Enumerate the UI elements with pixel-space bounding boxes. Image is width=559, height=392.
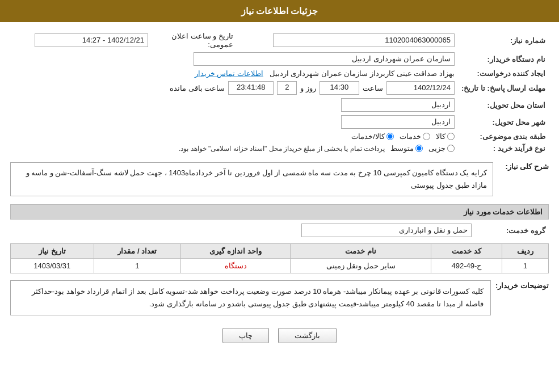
cell-vahed: دستگاه — [180, 259, 290, 273]
namDastgah-value: سازمان عمران شهرداری اردبیل — [10, 50, 458, 68]
col-tarikh: تاریخ نیاز — [11, 244, 94, 259]
tarikhArsal-label: مهلت ارسال پاسخ: تا تاریخ: — [458, 79, 549, 96]
shahr-label: شهر محل تحویل: — [458, 113, 549, 130]
tabaqe-label: طبقه بندی موضوعی: — [458, 130, 549, 142]
main-info-table: شماره نیاز: 1102004063000065 تاریخ و ساع… — [10, 30, 549, 154]
ostan-input: اردبیل — [341, 98, 455, 112]
buttons-row: بازگشت چاپ — [10, 328, 549, 343]
ijadKonande-link[interactable]: اطلاعات تماس خریدار — [195, 69, 263, 78]
khadamat-section-title: اطلاعات خدمات مورد نیاز — [10, 204, 549, 220]
shomareNiaz-input: 1102004063000065 — [273, 33, 455, 47]
tarikh-arsal-rooz: 2 — [277, 81, 297, 95]
shahr-value: اردبیل — [10, 113, 458, 130]
tabaqe-radio-group: کالا خدمات کالا/خدمات — [14, 132, 455, 141]
col-radif: ردیف — [502, 244, 548, 259]
touzih-kharidar-row: توضیحات خریدار: کلیه کسورات قانونی بر عه… — [10, 278, 549, 320]
tarikhElan-label: تاریخ و ساعت اعلان عمومی: — [152, 30, 237, 50]
row-noeFarayand: نوع فرآیند خرید : جزیی متوسط پرداخت تمام… — [10, 142, 549, 154]
touzihKharidar-container: کلیه کسورات قانونی بر عهده پیمانکار میبا… — [10, 278, 491, 320]
ijadKonande-text: بهزاد صداقت عینی کاربرداز سازمان عمران ش… — [270, 69, 455, 78]
cell-tedad: 1 — [94, 259, 180, 273]
cell-namKhadamat: سایر حمل ونقل زمینی — [291, 259, 431, 273]
row-tabaqe: طبقه بندی موضوعی: کالا خدمات — [10, 130, 549, 142]
col-kodKhadamat: کد خدمت — [431, 244, 502, 259]
row-namdastgah: نام دستگاه خریدار: سازمان عمران شهرداری … — [10, 50, 549, 68]
row-shomare: شماره نیاز: 1102004063000065 تاریخ و ساع… — [10, 30, 549, 50]
cell-kodKhadamat: ح-49-492 — [431, 259, 502, 273]
radio-jozvi[interactable]: جزیی — [428, 144, 455, 153]
shomareNiaz-value: 1102004063000065 — [237, 30, 458, 50]
radio-motavasset-input[interactable] — [415, 145, 423, 152]
row-ostan: استان محل تحویل: اردبیل — [10, 96, 549, 113]
cell-tarikh: 1403/03/31 — [11, 259, 94, 273]
sharhKoli-container: کرایه یک دستگاه کامیون کمپرسی 10 چرخ به … — [10, 159, 493, 200]
radio-khadamat-input[interactable] — [423, 133, 430, 140]
namDastgah-label: نام دستگاه خریدار: — [458, 50, 549, 68]
row-shahr: شهر محل تحویل: اردبیل — [10, 113, 549, 130]
radio-motavasset[interactable]: متوسط — [390, 144, 423, 153]
page-wrapper: جزئیات اطلاعات نیاز شماره نیاز: 11020040… — [0, 0, 559, 392]
saat-mande-label: ساعت باقی مانده — [170, 84, 225, 92]
sharhKoli-label: شرح کلی نیاز: — [498, 159, 549, 171]
tarikhElan-value: 1402/12/21 - 14:27 — [10, 30, 152, 50]
row-tarikhArsal: مهلت ارسال پاسخ: تا تاریخ: 1402/12/24 سا… — [10, 79, 549, 96]
touzihKharidar-label: توضیحات خریدار: — [495, 278, 549, 290]
radio-kala-khadamat-input[interactable] — [386, 133, 394, 140]
goroh-khadamat-table: گروه خدمت: حمل و نقل و انبارداری — [10, 222, 549, 239]
radio-kala[interactable]: کالا — [436, 132, 455, 141]
row-ijadkonande: ایجاد کننده درخواست: بهزاد صداقت عینی کا… — [10, 68, 549, 79]
page-header: جزئیات اطلاعات نیاز — [0, 0, 559, 22]
ijadKonande-value: بهزاد صداقت عینی کاربرداز سازمان عمران ش… — [10, 68, 458, 79]
namDastgah-input: سازمان عمران شهرداری اردبیل — [194, 52, 455, 66]
ostan-value: اردبیل — [10, 96, 458, 113]
radio-khadamat[interactable]: خدمات — [400, 132, 430, 141]
tarikh-arsal-saat: 14:30 — [320, 81, 359, 95]
radio-jozvi-label: جزیی — [428, 144, 445, 153]
back-button[interactable]: بازگشت — [278, 328, 337, 343]
services-table: ردیف کد خدمت نام خدمت واحد اندازه گیری ت… — [10, 243, 549, 273]
rooz-label: روز و — [300, 84, 316, 92]
tarikhElan-input: 1402/12/21 - 14:27 — [35, 33, 148, 47]
shomareNiaz-label: شماره نیاز: — [458, 30, 549, 50]
sharhKoli-value: کرایه یک دستگاه کامیون کمپرسی 10 چرخ به … — [10, 162, 493, 196]
gorohKhadamat-label: گروه خدمت: — [475, 222, 549, 239]
radio-motavasset-label: متوسط — [390, 144, 414, 153]
col-vahed: واحد اندازه گیری — [180, 244, 290, 259]
radio-jozvi-input[interactable] — [447, 145, 455, 152]
page-title: جزئیات اطلاعات نیاز — [241, 6, 318, 16]
radio-khadamat-label: خدمات — [400, 132, 421, 141]
noeFarayand-value: جزیی متوسط پرداخت تمام یا بخشی از مبلغ خ… — [10, 142, 458, 154]
col-namKhadamat: نام خدمت — [291, 244, 431, 259]
saat-label: ساعت — [363, 84, 383, 92]
services-table-head: ردیف کد خدمت نام خدمت واحد اندازه گیری ت… — [11, 244, 549, 259]
table-row: 1 ح-49-492 سایر حمل ونقل زمینی دستگاه 1 … — [11, 259, 549, 273]
touzihKharidar-value: کلیه کسورات قانونی بر عهده پیمانکار میبا… — [10, 280, 491, 315]
tarikhArsal-value: 1402/12/24 ساعت 14:30 روز و 2 23:41:48 س… — [10, 79, 458, 96]
row-goroh-khadamat: گروه خدمت: حمل و نقل و انبارداری — [10, 222, 549, 239]
radio-kala-khadamat-label: کالا/خدمات — [351, 132, 385, 141]
sharh-koli-row: شرح کلی نیاز: کرایه یک دستگاه کامیون کمپ… — [10, 159, 549, 200]
ijadKonande-label: ایجاد کننده درخواست: — [458, 68, 549, 79]
content-area: شماره نیاز: 1102004063000065 تاریخ و ساع… — [0, 22, 559, 353]
services-table-body: 1 ح-49-492 سایر حمل ونقل زمینی دستگاه 1 … — [11, 259, 549, 273]
noeFarayand-label: نوع فرآیند خرید : — [458, 142, 549, 154]
radio-kala-khadamat[interactable]: کالا/خدمات — [351, 132, 394, 141]
radio-kala-input[interactable] — [447, 133, 455, 140]
radio-kala-label: کالا — [436, 132, 445, 141]
col-tedad: تعداد / مقدار — [94, 244, 180, 259]
tarikh-arsal-mande: 23:41:48 — [228, 81, 274, 95]
gorohKhadamat-value: حمل و نقل و انبارداری — [10, 222, 475, 239]
print-button[interactable]: چاپ — [222, 328, 269, 343]
ostan-label: استان محل تحویل: — [458, 96, 549, 113]
noe-farayand-radio-group: جزیی متوسط پرداخت تمام یا بخشی از مبلغ خ… — [14, 144, 455, 153]
services-table-header-row: ردیف کد خدمت نام خدمت واحد اندازه گیری ت… — [11, 244, 549, 259]
tarikh-arsal-row: 1402/12/24 ساعت 14:30 روز و 2 23:41:48 س… — [14, 81, 455, 95]
cell-radif: 1 — [502, 259, 548, 273]
tabaqe-value: کالا خدمات کالا/خدمات — [10, 130, 458, 142]
gorohKhadamat-input: حمل و نقل و انبارداری — [301, 224, 472, 237]
tarikh-arsal-date: 1402/12/24 — [386, 81, 455, 95]
noe-farayand-desc: پرداخت تمام یا بخشی از مبلغ خریداز محل "… — [179, 145, 385, 153]
shahr-input: اردبیل — [341, 115, 455, 129]
